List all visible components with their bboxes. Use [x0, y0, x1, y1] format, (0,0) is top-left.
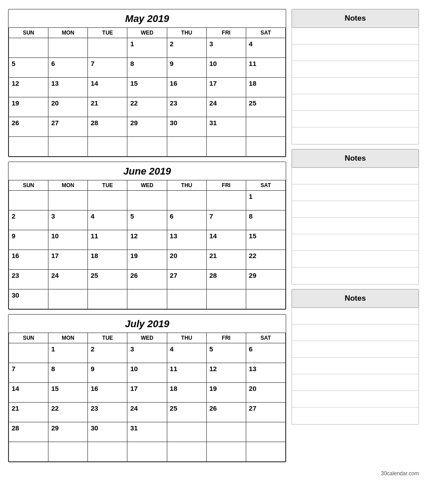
notes-line[interactable] [292, 341, 418, 358]
notes-line[interactable] [292, 374, 418, 391]
day-header: SAT [246, 180, 285, 191]
notes-line[interactable] [292, 28, 418, 44]
calendar-day: 9 [88, 363, 127, 383]
calendar-day [246, 117, 285, 137]
notes-header-0: Notes [292, 9, 419, 28]
calendar-day: 11 [167, 363, 206, 383]
notes-line[interactable] [292, 127, 418, 144]
calendar-day: 9 [9, 230, 48, 250]
calendar-day: 22 [48, 403, 88, 422]
calendar-day: 29 [127, 117, 167, 137]
calendar-day: 21 [88, 97, 127, 117]
day-header: SAT [246, 333, 285, 343]
day-header: THU [167, 333, 206, 343]
calendar-day [246, 137, 285, 157]
notes-column: NotesNotesNotes [292, 9, 419, 462]
table-row: 123456 [9, 343, 286, 363]
notes-line[interactable] [292, 201, 418, 218]
day-header: WED [127, 180, 167, 191]
calendar-block-0: May 2019SUNMONTUEWEDTHUFRISAT12345678910… [8, 9, 286, 157]
day-header: SUN [9, 28, 48, 38]
calendar-day: 7 [9, 363, 48, 383]
day-header: TUE [88, 333, 127, 343]
notes-line[interactable] [292, 251, 418, 267]
calendar-day [9, 191, 48, 210]
calendar-day [206, 442, 246, 462]
calendar-day: 4 [246, 38, 285, 58]
calendar-day: 7 [88, 58, 127, 78]
day-header: MON [48, 333, 88, 343]
notes-line[interactable] [292, 184, 418, 201]
table-row: 262728293031 [9, 117, 286, 137]
calendar-day: 28 [206, 270, 246, 289]
calendar-day [48, 191, 88, 210]
notes-line[interactable] [292, 44, 418, 61]
calendar-day: 26 [206, 403, 246, 422]
calendar-day: 15 [127, 78, 167, 97]
calendar-day [88, 137, 127, 157]
calendar-day: 11 [246, 58, 285, 78]
calendar-day: 16 [88, 383, 127, 403]
notes-lines-1 [292, 168, 419, 285]
calendar-day [88, 38, 127, 58]
notes-line[interactable] [292, 324, 418, 341]
day-header: TUE [88, 180, 127, 191]
calendar-day [48, 137, 88, 157]
calendar-block-2: July 2019SUNMONTUEWEDTHUFRISAT1234567891… [8, 314, 286, 462]
calendar-table-0: SUNMONTUEWEDTHUFRISAT1234567891011121314… [9, 27, 286, 157]
calendar-day: 24 [48, 270, 88, 289]
calendar-day: 19 [127, 250, 167, 270]
notes-line[interactable] [292, 78, 418, 94]
day-header: SAT [246, 28, 285, 38]
day-header: THU [167, 28, 206, 38]
table-row: 16171819202122 [9, 250, 286, 270]
calendar-day: 15 [246, 230, 285, 250]
day-header: MON [48, 180, 88, 191]
notes-line[interactable] [292, 111, 418, 127]
calendar-day: 31 [127, 422, 167, 442]
calendar-day: 18 [88, 250, 127, 270]
calendar-day [246, 289, 285, 309]
table-row: 30 [9, 289, 286, 309]
calendar-day: 2 [167, 38, 206, 58]
day-header: TUE [88, 28, 127, 38]
calendar-day: 1 [127, 38, 167, 58]
notes-line[interactable] [292, 168, 418, 184]
calendar-day: 25 [167, 403, 206, 422]
day-header: FRI [206, 333, 246, 343]
notes-section-1: Notes [292, 149, 419, 285]
calendar-day: 25 [88, 270, 127, 289]
table-row: 19202122232425 [9, 97, 286, 117]
calendar-title-0: May 2019 [9, 9, 286, 27]
calendar-day: 13 [246, 363, 285, 383]
calendar-day: 17 [127, 383, 167, 403]
calendar-day: 8 [127, 58, 167, 78]
calendar-title-1: June 2019 [9, 162, 286, 180]
calendar-day [206, 422, 246, 442]
calendar-day: 16 [167, 78, 206, 97]
notes-line[interactable] [292, 358, 418, 374]
calendar-day: 10 [48, 230, 88, 250]
calendar-day: 14 [88, 78, 127, 97]
calendar-day: 26 [127, 270, 167, 289]
calendar-day: 8 [48, 363, 88, 383]
notes-line[interactable] [292, 391, 418, 408]
day-header: WED [127, 28, 167, 38]
notes-line[interactable] [292, 218, 418, 234]
calendar-table-2: SUNMONTUEWEDTHUFRISAT1234567891011121314… [9, 333, 286, 462]
notes-line[interactable] [292, 408, 418, 424]
calendar-day: 20 [48, 97, 88, 117]
notes-line[interactable] [292, 234, 418, 251]
calendar-day [88, 289, 127, 309]
calendar-day: 5 [127, 210, 167, 230]
notes-line[interactable] [292, 267, 418, 284]
notes-line[interactable] [292, 61, 418, 78]
notes-line[interactable] [292, 94, 418, 111]
calendar-block-1: June 2019SUNMONTUEWEDTHUFRISAT1234567891… [8, 162, 286, 310]
calendar-day: 5 [206, 343, 246, 363]
calendar-day: 30 [167, 117, 206, 137]
notes-line[interactable] [292, 308, 418, 324]
day-header: FRI [206, 180, 246, 191]
calendar-day: 19 [9, 97, 48, 117]
calendar-day [127, 289, 167, 309]
